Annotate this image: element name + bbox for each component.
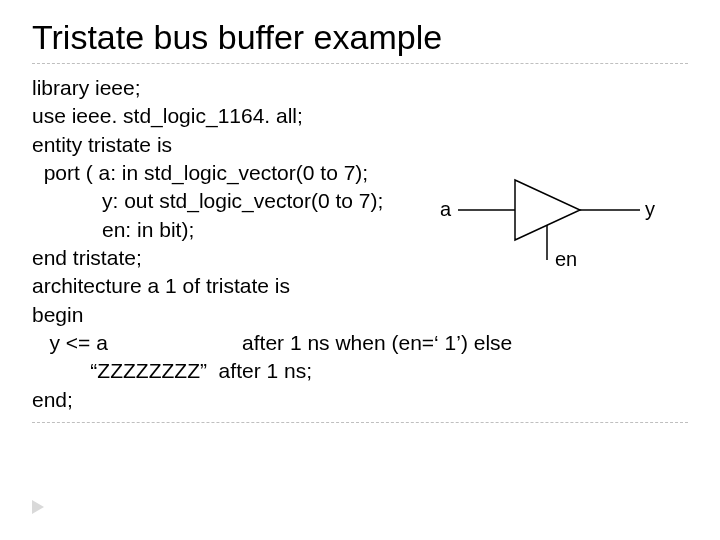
code-line: use ieee. std_logic_1164. all; — [32, 104, 303, 127]
code-line: end tristate; — [32, 246, 142, 269]
code-line: architecture a 1 of tristate is — [32, 274, 290, 297]
bottom-divider — [32, 422, 688, 423]
code-line: “ZZZZZZZZ” after 1 ns; — [32, 359, 312, 382]
code-line: en: in bit); — [32, 218, 194, 241]
code-line: begin — [32, 303, 83, 326]
code-line: entity tristate is — [32, 133, 172, 156]
diagram-label-y: y — [645, 198, 655, 221]
code-line: y <= a after 1 ns when (en=‘ 1’) else — [32, 331, 512, 354]
diagram-label-en: en — [555, 248, 577, 271]
code-line: y: out std_logic_vector(0 to 7); — [32, 189, 383, 212]
svg-marker-4 — [32, 500, 44, 514]
code-line: end; — [32, 388, 73, 411]
slide-title: Tristate bus buffer example — [32, 18, 688, 57]
slide-marker-icon — [32, 500, 48, 514]
diagram-label-a: a — [440, 198, 451, 221]
slide: Tristate bus buffer example library ieee… — [0, 0, 720, 540]
title-divider — [32, 63, 688, 64]
code-line: library ieee; — [32, 76, 141, 99]
tristate-buffer-diagram: a y en — [440, 170, 670, 280]
code-line: port ( a: in std_logic_vector(0 to 7); — [32, 161, 368, 184]
